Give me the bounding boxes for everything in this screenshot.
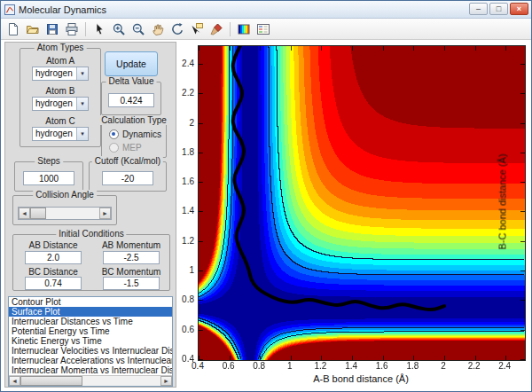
arrow-cursor-icon <box>92 22 106 36</box>
group-title: Atom Types <box>35 43 87 52</box>
app-icon <box>4 4 15 15</box>
zoom-in-icon <box>112 22 126 36</box>
x-tick-label: 2 <box>430 361 457 371</box>
close-button[interactable]: × <box>510 3 528 15</box>
insert-legend-button[interactable] <box>254 20 272 38</box>
maximize-button[interactable]: □ <box>489 3 508 15</box>
print-icon <box>65 22 79 36</box>
radio-unselected-icon <box>109 143 119 153</box>
ab-momentum-input[interactable]: -2.5 <box>103 251 160 264</box>
pan-button[interactable] <box>149 20 167 38</box>
minimize-button[interactable]: – <box>469 3 488 15</box>
y-tick-label: 2.4 <box>171 59 194 68</box>
radio-selected-icon <box>109 129 119 139</box>
x-tick-label: 1.6 <box>369 361 395 371</box>
save-icon <box>45 22 59 36</box>
data-cursor-button[interactable] <box>188 20 206 38</box>
collision-angle-group: Collision Angle ◄ ► <box>12 195 117 225</box>
chevron-down-icon[interactable]: ▾ <box>76 67 88 80</box>
scroll-right-icon[interactable]: ► <box>99 208 111 219</box>
y-tick-label: 1.6 <box>171 176 194 186</box>
steps-group: Steps 1000 <box>14 161 83 192</box>
x-tick-label: 2.4 <box>491 361 518 371</box>
list-item[interactable]: Kinetic Energy vs Time <box>9 336 172 346</box>
collision-angle-slider[interactable]: ◄ ► <box>18 207 112 220</box>
group-title: Initial Conditions <box>56 229 126 239</box>
y-tick-label: 1.8 <box>171 147 194 157</box>
list-item[interactable]: Internuclear Velocities vs Internuclear … <box>9 346 172 356</box>
scroll-left-icon[interactable]: ◄ <box>19 208 30 219</box>
insert-colorbar-button[interactable] <box>235 20 253 38</box>
y-tick-label: 0.6 <box>171 325 194 334</box>
x-tick-label: 0.8 <box>246 361 272 371</box>
scrollbar-thumb[interactable] <box>20 376 82 386</box>
y-tick-label: 0.8 <box>171 294 194 304</box>
x-tick-label: 1.2 <box>307 361 333 371</box>
initial-conditions-group: Initial Conditions AB Distance 2.0 AB Mo… <box>12 234 170 291</box>
toolbar-separator <box>85 22 86 36</box>
atom-a-select[interactable]: hydrogen ▾ <box>32 67 89 81</box>
plot-type-listbox[interactable]: Contour Plot Surface Plot Internuclear D… <box>8 296 173 387</box>
slider-thumb[interactable] <box>30 208 46 219</box>
ab-distance-input[interactable]: 2.0 <box>25 251 82 264</box>
radio-mep[interactable]: MEP <box>109 143 142 153</box>
list-item[interactable]: Internuclear Accelerations vs Internucle… <box>9 356 172 365</box>
y-axis-label: B-C bond distance (Å) <box>497 127 509 278</box>
x-axis-label: A-B bond distance (Å) <box>272 373 450 384</box>
zoom-out-button[interactable] <box>129 20 147 38</box>
new-file-icon <box>6 22 20 36</box>
print-button[interactable] <box>63 20 81 38</box>
cutoff-input[interactable]: -20 <box>102 171 153 185</box>
steps-input[interactable]: 1000 <box>23 171 74 185</box>
list-item[interactable]: Contour Plot <box>9 297 172 307</box>
y-tick-label: 1.4 <box>171 206 194 216</box>
atom-a-label: Atom A <box>20 56 100 66</box>
atom-b-value: hydrogen <box>35 98 73 108</box>
list-item[interactable]: Internuclear Momenta vs Internuclear Dis… <box>9 365 172 375</box>
open-file-button[interactable] <box>24 20 42 38</box>
rotate-3d-button[interactable] <box>168 20 186 38</box>
update-button[interactable]: Update <box>105 51 158 76</box>
atom-c-label: Atom C <box>20 116 100 126</box>
list-item[interactable]: Surface Plot <box>9 307 172 317</box>
y-tick-label: 1 <box>171 265 194 275</box>
bc-distance-input[interactable]: 0.74 <box>25 277 82 290</box>
rotate-icon <box>170 22 184 36</box>
atom-b-select[interactable]: hydrogen ▾ <box>32 97 89 111</box>
chevron-down-icon[interactable]: ▾ <box>76 98 88 110</box>
x-tick-label: 1 <box>277 361 303 371</box>
listbox-hscrollbar[interactable]: ◄ ► <box>9 375 172 386</box>
x-tick-label: 2.2 <box>461 361 488 371</box>
contour-plot-canvas[interactable] <box>198 45 526 361</box>
ab-momentum-label: AB Momentum <box>95 240 168 250</box>
x-tick-label: 0.6 <box>215 361 242 371</box>
save-button[interactable] <box>43 20 61 38</box>
title-bar: Molecular Dynamics – □ × <box>1 1 531 19</box>
bc-distance-label: BC Distance <box>17 267 90 277</box>
atom-c-select[interactable]: hydrogen ▾ <box>32 127 89 141</box>
atom-a-value: hydrogen <box>35 68 73 78</box>
bc-momentum-input[interactable]: -1.5 <box>103 277 160 290</box>
calculation-type-group: Calculation Type Dynamics MEP <box>101 121 167 158</box>
plot-region: A-B bond distance (Å) B-C bond distance … <box>176 40 531 391</box>
delta-value-input[interactable]: 0.424 <box>108 93 154 107</box>
y-tick-label: 2 <box>171 118 194 128</box>
new-file-button[interactable] <box>4 20 22 38</box>
list-item[interactable]: Potential Energy vs Time <box>9 326 172 336</box>
zoom-out-icon <box>131 22 145 36</box>
chevron-down-icon[interactable]: ▾ <box>76 128 88 140</box>
radio-dynamics[interactable]: Dynamics <box>109 129 161 139</box>
list-item[interactable]: Internuclear Distances vs Time <box>9 317 172 326</box>
ab-distance-label: AB Distance <box>17 240 90 250</box>
control-panel: Atom Types Atom A hydrogen ▾ Atom B hydr… <box>4 42 176 388</box>
atom-types-group: Atom Types Atom A hydrogen ▾ Atom B hydr… <box>20 48 101 147</box>
x-tick-label: 1.4 <box>338 361 364 371</box>
scroll-right-icon[interactable]: ► <box>160 376 172 386</box>
data-cursor-icon <box>190 22 204 36</box>
brush-button[interactable] <box>207 20 225 38</box>
zoom-in-button[interactable] <box>110 20 128 38</box>
figure-area: Atom Types Atom A hydrogen ▾ Atom B hydr… <box>1 40 531 391</box>
scroll-left-icon[interactable]: ◄ <box>9 376 20 386</box>
edit-plot-button[interactable] <box>90 20 108 38</box>
group-title: Collision Angle <box>33 190 97 200</box>
